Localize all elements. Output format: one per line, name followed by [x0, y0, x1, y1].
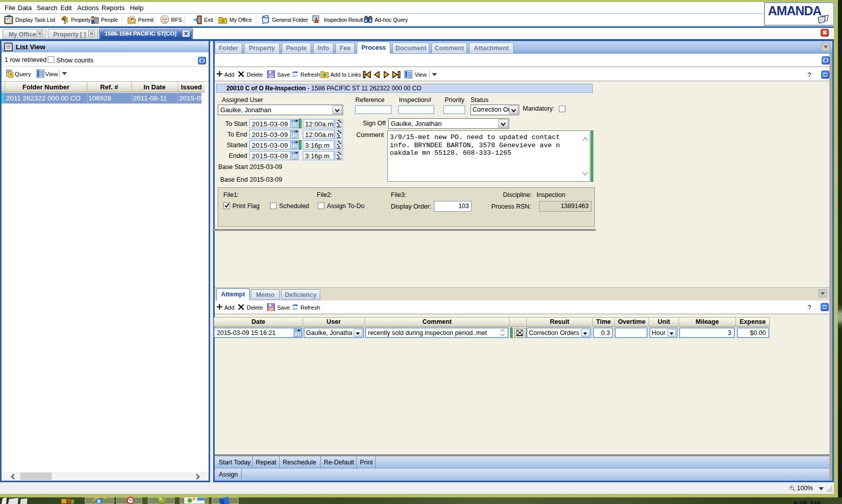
svg-text:?: ? [10, 73, 12, 78]
svg-text:1: 1 [294, 123, 296, 128]
svg-text:1: 1 [294, 155, 296, 160]
svg-text:1: 1 [296, 332, 298, 337]
svg-text:1: 1 [294, 145, 296, 149]
svg-text:1: 1 [294, 134, 296, 139]
svg-text:e: e [97, 497, 101, 504]
svg-text:P: P [131, 17, 134, 22]
